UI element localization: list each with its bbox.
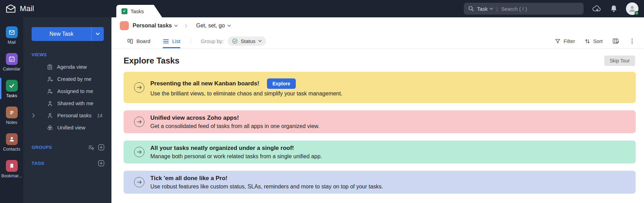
search-input[interactable]: Search ( / ) xyxy=(501,6,527,12)
notifications-bell-icon[interactable] xyxy=(610,5,618,13)
calendar-icon xyxy=(6,53,18,65)
unified-view-icon xyxy=(47,125,53,131)
tasks-icon xyxy=(6,80,18,92)
sort-button[interactable]: Sort xyxy=(585,38,603,44)
rail-item-calendar[interactable]: Calendar xyxy=(0,53,23,71)
status-label: Status xyxy=(241,38,256,44)
cloud-offline-icon[interactable] xyxy=(592,5,602,13)
group-by-label: Group by: xyxy=(201,38,224,44)
sidebar-item-label: Personal tasks xyxy=(57,112,91,118)
banner-description: Use the brilliant views, to eliminate ch… xyxy=(150,91,342,97)
status-check-icon xyxy=(232,38,238,44)
sidebar-item-agenda-view[interactable]: Agenda view xyxy=(23,61,111,73)
rail-label: Calendar xyxy=(3,67,20,71)
rail-label: Mail xyxy=(8,40,16,45)
banner-single-roof: All your tasks neatly organized under a … xyxy=(124,141,636,163)
person-arrow-out-icon xyxy=(47,76,53,82)
list-icon xyxy=(163,39,169,44)
new-task-label[interactable]: New Task xyxy=(32,27,91,41)
mail-logo-icon xyxy=(6,4,16,13)
rail-label: Contacts xyxy=(3,147,20,152)
skip-tour-button[interactable]: Skip Tour xyxy=(604,56,635,66)
chevron-down-icon xyxy=(96,33,100,35)
groups-section-header: GROUPS xyxy=(23,144,111,151)
app-rail: Mail Calendar Tasks Notes Contact xyxy=(0,17,23,203)
breadcrumb-list-dropdown[interactable]: Personal tasks xyxy=(133,23,178,29)
new-task-dropdown[interactable] xyxy=(91,27,104,41)
manage-groups-icon[interactable] xyxy=(88,145,94,150)
more-options-kebab-icon[interactable]: ⋮ xyxy=(629,37,635,45)
search-divider: | xyxy=(496,6,498,12)
sidebar-item-created-by-me[interactable]: Created by me xyxy=(23,73,111,85)
tags-section-header: TAGS xyxy=(23,160,111,167)
add-tag-icon[interactable] xyxy=(98,160,104,167)
sidebar-item-personal-tasks[interactable]: Personal tasks 14 xyxy=(23,109,111,121)
tab-label: Tasks xyxy=(131,8,144,14)
rail-item-contacts[interactable]: Contacts xyxy=(0,133,23,152)
presence-status-dot xyxy=(635,11,639,15)
user-avatar[interactable] xyxy=(626,2,638,15)
sidebar-item-shared-with-me[interactable]: Shared with me xyxy=(23,97,111,109)
toolbar-right: Filter Sort ⋮ xyxy=(555,37,644,45)
group-by-status-dropdown[interactable]: Status xyxy=(228,36,266,46)
search-box[interactable]: Task | Search ( / ) xyxy=(464,3,584,15)
person-arrow-in-icon xyxy=(47,88,53,94)
breadcrumb: Personal tasks Get, set, go xyxy=(111,17,644,34)
list-color-swatch xyxy=(120,21,129,30)
chevron-down-icon xyxy=(174,25,178,27)
arrow-right-circle-icon[interactable] xyxy=(134,177,144,187)
arrow-right-circle-icon[interactable] xyxy=(134,117,144,127)
person-share-icon xyxy=(47,100,53,107)
customize-columns-icon[interactable] xyxy=(612,38,619,44)
sidebar-item-label: Shared with me xyxy=(57,100,93,106)
sort-arrows-icon xyxy=(585,39,590,44)
topbar-right: Task | Search ( / ) xyxy=(464,2,644,15)
banner-title: All your tasks neatly organized under a … xyxy=(150,145,322,152)
expand-chevron-icon[interactable] xyxy=(32,113,35,118)
banner-title: Tick 'em all done like a Pro! xyxy=(150,175,383,182)
topbar: Mail Task | Search ( / ) xyxy=(0,0,644,17)
main-content: Personal tasks Get, set, go Board List G… xyxy=(111,17,644,203)
board-view-toggle[interactable]: Board xyxy=(127,34,150,48)
app-title: Mail xyxy=(20,4,34,13)
add-group-icon[interactable] xyxy=(98,144,104,151)
explore-header: Explore Tasks Skip Tour xyxy=(111,49,644,66)
banner-description: Use robust features like custom status, … xyxy=(150,184,383,190)
search-scope-dropdown[interactable]: Task xyxy=(477,6,493,12)
mail-icon xyxy=(6,26,18,38)
active-rail-indicator xyxy=(0,78,1,99)
zoho-mail-tasks-app: Mail Task | Search ( / ) xyxy=(0,0,644,203)
banner-title: Unified view across Zoho apps! xyxy=(150,115,319,121)
contacts-icon xyxy=(6,133,18,145)
personal-tasks-count: 14 xyxy=(97,113,102,118)
new-task-button[interactable]: New Task xyxy=(32,27,104,41)
tasks-check-icon: ✓ xyxy=(122,8,127,14)
rail-item-notes[interactable]: Notes xyxy=(0,107,23,125)
toolbar-divider xyxy=(191,38,191,44)
notes-icon xyxy=(6,107,18,118)
chevron-down-icon xyxy=(258,40,262,42)
breadcrumb-view-dropdown[interactable]: Get, set, go xyxy=(196,23,231,29)
arrow-right-circle-icon[interactable] xyxy=(134,82,144,93)
banner-title: Presenting the all new Kanban boards! xyxy=(150,80,259,87)
rail-item-tasks[interactable]: Tasks xyxy=(0,80,23,98)
sidebar-item-label: Unified view xyxy=(57,125,85,130)
board-icon xyxy=(127,38,133,44)
sidebar-item-assigned-to-me[interactable]: Assigned to me xyxy=(23,85,111,97)
explore-button[interactable]: Explore xyxy=(267,78,296,89)
page-title: Explore Tasks xyxy=(124,56,179,66)
rail-item-bookmarks[interactable]: Bookmar... xyxy=(0,160,23,178)
sidebar-item-unified-view[interactable]: Unified view xyxy=(23,121,111,134)
breadcrumb-view-label: Get, set, go xyxy=(196,23,225,29)
views-header: VIEWS xyxy=(32,52,111,57)
rail-item-mail[interactable]: Mail xyxy=(0,26,23,45)
app-logo[interactable]: Mail xyxy=(0,4,34,13)
list-view-toggle[interactable]: List xyxy=(163,34,180,48)
arrow-right-circle-icon[interactable] xyxy=(134,147,144,157)
filter-button[interactable]: Filter xyxy=(555,38,575,44)
filter-funnel-icon xyxy=(555,38,561,44)
sidebar: New Task VIEWS Agenda view Created by me… xyxy=(23,17,111,203)
banner-unified-view: Unified view across Zoho apps! Get a con… xyxy=(124,110,636,133)
sidebar-item-label: Agenda view xyxy=(57,64,87,70)
banner-pro-features: Tick 'em all done like a Pro! Use robust… xyxy=(124,171,636,194)
